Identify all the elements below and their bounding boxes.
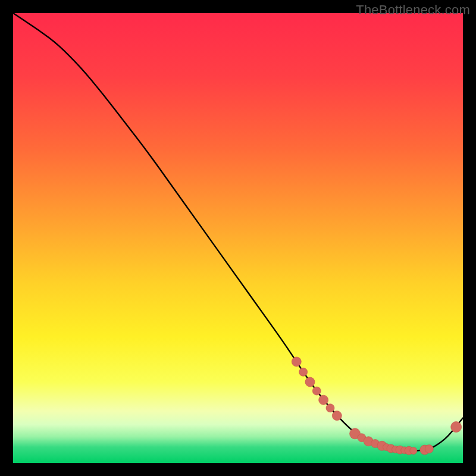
curve-marker bbox=[305, 377, 315, 387]
curve-marker bbox=[326, 404, 334, 412]
watermark-text: TheBottleneck.com bbox=[356, 2, 470, 18]
chart-frame: TheBottleneck.com bbox=[0, 0, 476, 476]
curve-marker bbox=[292, 357, 301, 367]
gradient-background bbox=[13, 13, 463, 463]
curve-marker bbox=[299, 368, 308, 376]
bottleneck-chart bbox=[13, 13, 463, 463]
curve-marker bbox=[410, 447, 417, 455]
curve-marker bbox=[319, 395, 328, 405]
curve-marker bbox=[451, 422, 462, 433]
curve-marker bbox=[332, 411, 342, 421]
curve-marker bbox=[425, 445, 433, 453]
curve-marker bbox=[312, 387, 321, 395]
